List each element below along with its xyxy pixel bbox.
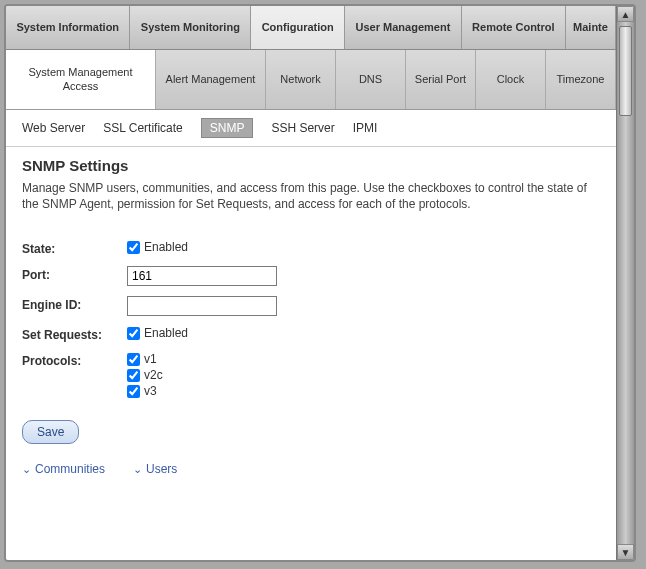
sub-tab-system-management-access[interactable]: System Management Access [6, 50, 156, 109]
scrollbar-arrow-up-icon[interactable]: ▲ [617, 6, 634, 22]
label-port: Port: [22, 266, 127, 282]
expander-communities[interactable]: ⌄ Communities [22, 462, 105, 476]
protocol-v3-wrap[interactable]: v3 [127, 384, 163, 398]
sub-tab-dns[interactable]: DNS [336, 50, 406, 109]
protocol-v1-wrap[interactable]: v1 [127, 352, 163, 366]
engine-id-input[interactable] [127, 296, 277, 316]
main-tab-user-management[interactable]: User Management [345, 6, 462, 49]
tertiary-tab-bar: Web Server SSL Certificate SNMP SSH Serv… [6, 110, 616, 147]
protocol-v1-checkbox[interactable] [127, 353, 140, 366]
chevron-down-icon: ⌄ [22, 463, 31, 476]
save-button[interactable]: Save [22, 420, 79, 444]
tertiary-tab-ssh-server[interactable]: SSH Server [271, 121, 334, 135]
state-enabled-label: Enabled [144, 240, 188, 254]
sub-tab-alert-management[interactable]: Alert Management [156, 50, 266, 109]
state-enabled-checkbox[interactable] [127, 241, 140, 254]
main-tab-remote-control[interactable]: Remote Control [462, 6, 566, 49]
port-input[interactable] [127, 266, 277, 286]
expander-users-label: Users [146, 462, 177, 476]
row-state: State: Enabled [22, 240, 600, 256]
sub-tab-network[interactable]: Network [266, 50, 336, 109]
app-frame: System Information System Monitoring Con… [4, 4, 636, 562]
main-tab-bar: System Information System Monitoring Con… [6, 6, 616, 50]
sub-tab-serial-port[interactable]: Serial Port [406, 50, 476, 109]
main-tab-system-monitoring[interactable]: System Monitoring [130, 6, 251, 49]
protocol-v1-label: v1 [144, 352, 157, 366]
sub-tab-timezone[interactable]: Timezone [546, 50, 616, 109]
chevron-down-icon: ⌄ [133, 463, 142, 476]
tertiary-tab-web-server[interactable]: Web Server [22, 121, 85, 135]
protocol-v2c-wrap[interactable]: v2c [127, 368, 163, 382]
row-set-requests: Set Requests: Enabled [22, 326, 600, 342]
vertical-scrollbar[interactable]: ▲ ▼ [616, 6, 634, 560]
sub-tab-clock[interactable]: Clock [476, 50, 546, 109]
row-engine-id: Engine ID: [22, 296, 600, 316]
main-tab-configuration[interactable]: Configuration [251, 6, 345, 49]
label-protocols: Protocols: [22, 352, 127, 368]
set-requests-enabled-wrap[interactable]: Enabled [127, 326, 188, 340]
label-state: State: [22, 240, 127, 256]
expander-communities-label: Communities [35, 462, 105, 476]
page-description: Manage SNMP users, communities, and acce… [22, 180, 600, 212]
tertiary-tab-snmp[interactable]: SNMP [201, 118, 254, 138]
scrollbar-thumb[interactable] [619, 26, 632, 116]
protocol-v2c-checkbox[interactable] [127, 369, 140, 382]
set-requests-enabled-label: Enabled [144, 326, 188, 340]
protocol-v2c-label: v2c [144, 368, 163, 382]
protocol-v3-checkbox[interactable] [127, 385, 140, 398]
main-tab-system-information[interactable]: System Information [6, 6, 130, 49]
scrollbar-arrow-down-icon[interactable]: ▼ [617, 544, 634, 560]
content-area: SNMP Settings Manage SNMP users, communi… [6, 147, 616, 562]
protocol-v3-label: v3 [144, 384, 157, 398]
row-port: Port: [22, 266, 600, 286]
bottom-expanders: ⌄ Communities ⌄ Users [22, 462, 600, 476]
label-engine-id: Engine ID: [22, 296, 127, 312]
label-set-requests: Set Requests: [22, 326, 127, 342]
expander-users[interactable]: ⌄ Users [133, 462, 177, 476]
sub-tab-bar: System Management Access Alert Managemen… [6, 50, 616, 110]
set-requests-enabled-checkbox[interactable] [127, 327, 140, 340]
main-tab-maintenance-truncated[interactable]: Mainte [566, 6, 616, 49]
page-title: SNMP Settings [22, 157, 600, 174]
tertiary-tab-ssl-certificate[interactable]: SSL Certificate [103, 121, 183, 135]
tertiary-tab-ipmi[interactable]: IPMI [353, 121, 378, 135]
row-protocols: Protocols: v1 v2c v3 [22, 352, 600, 400]
state-enabled-wrap[interactable]: Enabled [127, 240, 188, 254]
